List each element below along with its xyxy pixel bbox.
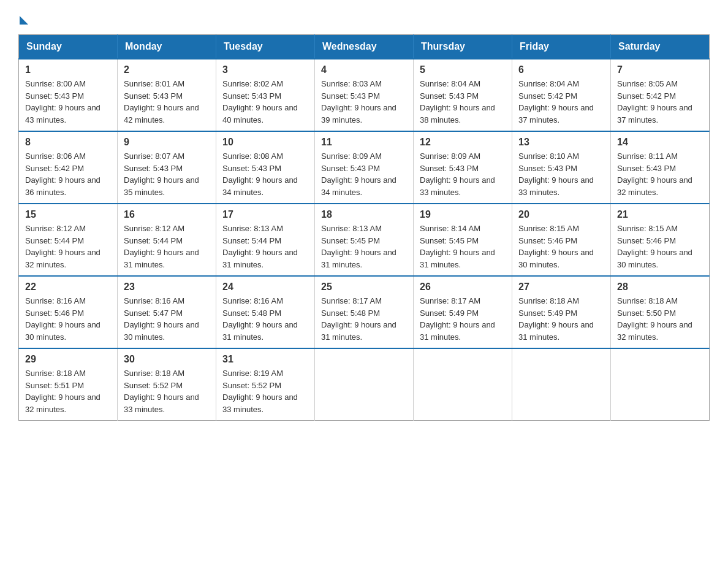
header-row: SundayMondayTuesdayWednesdayThursdayFrid…	[19, 35, 710, 59]
day-cell: 9Sunrise: 8:07 AMSunset: 5:43 PMDaylight…	[118, 131, 216, 204]
day-info: Sunrise: 8:02 AMSunset: 5:43 PMDaylight:…	[222, 78, 308, 126]
week-row-2: 8Sunrise: 8:06 AMSunset: 5:42 PMDaylight…	[19, 131, 710, 204]
day-info: Sunrise: 8:18 AMSunset: 5:50 PMDaylight:…	[617, 295, 703, 343]
day-cell	[611, 348, 710, 421]
day-number: 15	[25, 209, 111, 220]
day-cell: 4Sunrise: 8:03 AMSunset: 5:43 PMDaylight…	[315, 59, 414, 131]
day-number: 20	[518, 209, 604, 220]
day-number: 11	[321, 137, 407, 148]
day-info: Sunrise: 8:18 AMSunset: 5:52 PMDaylight:…	[124, 367, 210, 415]
day-cell: 6Sunrise: 8:04 AMSunset: 5:42 PMDaylight…	[512, 59, 611, 131]
week-row-3: 15Sunrise: 8:12 AMSunset: 5:44 PMDayligh…	[19, 204, 710, 276]
day-info: Sunrise: 8:07 AMSunset: 5:43 PMDaylight:…	[124, 150, 210, 198]
day-number: 9	[124, 137, 210, 148]
day-cell: 27Sunrise: 8:18 AMSunset: 5:49 PMDayligh…	[512, 276, 611, 348]
week-row-1: 1Sunrise: 8:00 AMSunset: 5:43 PMDaylight…	[19, 59, 710, 131]
day-info: Sunrise: 8:15 AMSunset: 5:46 PMDaylight:…	[617, 223, 703, 270]
day-cell: 28Sunrise: 8:18 AMSunset: 5:50 PMDayligh…	[611, 276, 710, 348]
day-info: Sunrise: 8:13 AMSunset: 5:44 PMDaylight:…	[222, 223, 308, 270]
day-number: 1	[25, 64, 111, 75]
day-number: 27	[518, 282, 604, 293]
day-number: 5	[420, 64, 506, 75]
day-number: 28	[617, 282, 703, 293]
day-info: Sunrise: 8:13 AMSunset: 5:45 PMDaylight:…	[321, 223, 407, 270]
day-info: Sunrise: 8:15 AMSunset: 5:46 PMDaylight:…	[518, 223, 604, 270]
calendar-table: SundayMondayTuesdayWednesdayThursdayFrid…	[18, 34, 710, 421]
day-cell: 21Sunrise: 8:15 AMSunset: 5:46 PMDayligh…	[611, 204, 710, 276]
day-cell: 23Sunrise: 8:16 AMSunset: 5:47 PMDayligh…	[118, 276, 216, 348]
day-cell: 8Sunrise: 8:06 AMSunset: 5:42 PMDaylight…	[19, 131, 118, 204]
day-number: 10	[222, 137, 308, 148]
day-number: 3	[222, 64, 308, 75]
day-info: Sunrise: 8:10 AMSunset: 5:43 PMDaylight:…	[518, 150, 604, 198]
day-number: 30	[124, 354, 210, 365]
day-number: 25	[321, 282, 407, 293]
day-number: 31	[222, 354, 308, 365]
day-cell: 10Sunrise: 8:08 AMSunset: 5:43 PMDayligh…	[216, 131, 315, 204]
day-cell: 7Sunrise: 8:05 AMSunset: 5:42 PMDaylight…	[611, 59, 710, 131]
day-cell: 20Sunrise: 8:15 AMSunset: 5:46 PMDayligh…	[512, 204, 611, 276]
day-number: 13	[518, 137, 604, 148]
header-tuesday: Tuesday	[216, 35, 315, 59]
day-cell: 25Sunrise: 8:17 AMSunset: 5:48 PMDayligh…	[315, 276, 414, 348]
day-number: 26	[420, 282, 506, 293]
day-info: Sunrise: 8:01 AMSunset: 5:43 PMDaylight:…	[124, 78, 210, 126]
day-cell: 30Sunrise: 8:18 AMSunset: 5:52 PMDayligh…	[118, 348, 216, 421]
day-info: Sunrise: 8:06 AMSunset: 5:42 PMDaylight:…	[25, 150, 111, 198]
day-info: Sunrise: 8:18 AMSunset: 5:49 PMDaylight:…	[518, 295, 604, 343]
day-info: Sunrise: 8:16 AMSunset: 5:48 PMDaylight:…	[222, 295, 308, 343]
day-number: 23	[124, 282, 210, 293]
day-cell	[414, 348, 512, 421]
day-number: 12	[420, 137, 506, 148]
day-info: Sunrise: 8:19 AMSunset: 5:52 PMDaylight:…	[222, 367, 308, 415]
day-info: Sunrise: 8:17 AMSunset: 5:48 PMDaylight:…	[321, 295, 407, 343]
day-number: 6	[518, 64, 604, 75]
day-cell: 16Sunrise: 8:12 AMSunset: 5:44 PMDayligh…	[118, 204, 216, 276]
day-cell: 2Sunrise: 8:01 AMSunset: 5:43 PMDaylight…	[118, 59, 216, 131]
day-info: Sunrise: 8:09 AMSunset: 5:43 PMDaylight:…	[420, 150, 506, 198]
day-cell: 15Sunrise: 8:12 AMSunset: 5:44 PMDayligh…	[19, 204, 118, 276]
day-cell	[512, 348, 611, 421]
day-info: Sunrise: 8:04 AMSunset: 5:42 PMDaylight:…	[518, 78, 604, 126]
day-cell: 19Sunrise: 8:14 AMSunset: 5:45 PMDayligh…	[414, 204, 512, 276]
day-cell: 14Sunrise: 8:11 AMSunset: 5:43 PMDayligh…	[611, 131, 710, 204]
day-cell: 11Sunrise: 8:09 AMSunset: 5:43 PMDayligh…	[315, 131, 414, 204]
day-number: 4	[321, 64, 407, 75]
day-number: 18	[321, 209, 407, 220]
header-monday: Monday	[118, 35, 216, 59]
day-info: Sunrise: 8:09 AMSunset: 5:43 PMDaylight:…	[321, 150, 407, 198]
day-cell: 26Sunrise: 8:17 AMSunset: 5:49 PMDayligh…	[414, 276, 512, 348]
day-cell: 31Sunrise: 8:19 AMSunset: 5:52 PMDayligh…	[216, 348, 315, 421]
day-info: Sunrise: 8:17 AMSunset: 5:49 PMDaylight:…	[420, 295, 506, 343]
calendar-body: 1Sunrise: 8:00 AMSunset: 5:43 PMDaylight…	[19, 59, 710, 421]
day-cell: 17Sunrise: 8:13 AMSunset: 5:44 PMDayligh…	[216, 204, 315, 276]
day-number: 2	[124, 64, 210, 75]
day-info: Sunrise: 8:12 AMSunset: 5:44 PMDaylight:…	[124, 223, 210, 270]
day-info: Sunrise: 8:04 AMSunset: 5:43 PMDaylight:…	[420, 78, 506, 126]
day-cell: 22Sunrise: 8:16 AMSunset: 5:46 PMDayligh…	[19, 276, 118, 348]
logo	[18, 12, 28, 22]
day-number: 8	[25, 137, 111, 148]
day-info: Sunrise: 8:18 AMSunset: 5:51 PMDaylight:…	[25, 367, 111, 415]
day-number: 22	[25, 282, 111, 293]
calendar-header: SundayMondayTuesdayWednesdayThursdayFrid…	[19, 35, 710, 59]
day-cell: 18Sunrise: 8:13 AMSunset: 5:45 PMDayligh…	[315, 204, 414, 276]
day-info: Sunrise: 8:14 AMSunset: 5:45 PMDaylight:…	[420, 223, 506, 270]
day-info: Sunrise: 8:16 AMSunset: 5:47 PMDaylight:…	[124, 295, 210, 343]
day-cell: 12Sunrise: 8:09 AMSunset: 5:43 PMDayligh…	[414, 131, 512, 204]
page-header	[18, 12, 710, 22]
day-info: Sunrise: 8:03 AMSunset: 5:43 PMDaylight:…	[321, 78, 407, 126]
day-cell: 29Sunrise: 8:18 AMSunset: 5:51 PMDayligh…	[19, 348, 118, 421]
day-number: 29	[25, 354, 111, 365]
day-cell: 5Sunrise: 8:04 AMSunset: 5:43 PMDaylight…	[414, 59, 512, 131]
header-wednesday: Wednesday	[315, 35, 414, 59]
day-number: 14	[617, 137, 703, 148]
day-number: 17	[222, 209, 308, 220]
day-info: Sunrise: 8:12 AMSunset: 5:44 PMDaylight:…	[25, 223, 111, 270]
day-cell: 3Sunrise: 8:02 AMSunset: 5:43 PMDaylight…	[216, 59, 315, 131]
day-number: 21	[617, 209, 703, 220]
header-sunday: Sunday	[19, 35, 118, 59]
day-number: 24	[222, 282, 308, 293]
day-number: 16	[124, 209, 210, 220]
header-thursday: Thursday	[414, 35, 512, 59]
